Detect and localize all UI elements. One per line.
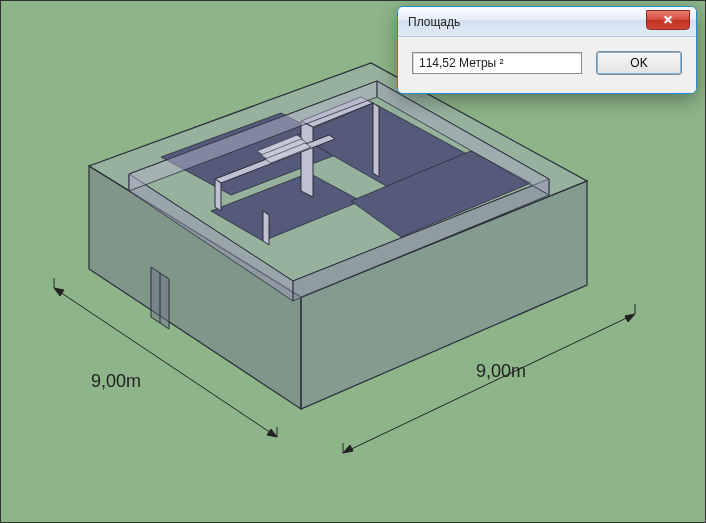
dialog-body: 114,52 Метры ² OK	[398, 37, 696, 93]
svg-marker-31	[215, 179, 221, 211]
area-value-field[interactable]: 114,52 Метры ²	[412, 52, 582, 74]
svg-marker-28	[301, 121, 313, 197]
dialog-titlebar[interactable]: Площадь ✕	[398, 7, 696, 37]
svg-point-22	[410, 154, 411, 155]
building-model	[89, 63, 587, 409]
close-button[interactable]: ✕	[646, 10, 690, 30]
dimension-label-right: 9,00m	[476, 361, 526, 382]
svg-point-26	[430, 200, 431, 201]
close-icon: ✕	[663, 14, 673, 26]
svg-marker-32	[373, 103, 379, 177]
ok-button[interactable]: OK	[596, 51, 682, 75]
svg-point-27	[440, 204, 441, 205]
svg-marker-33	[263, 211, 269, 245]
svg-point-25	[270, 226, 271, 227]
svg-point-19	[260, 146, 261, 147]
dimension-label-left: 9,00m	[91, 371, 141, 392]
svg-point-18	[220, 168, 221, 169]
svg-point-24	[260, 222, 261, 223]
dialog-title: Площадь	[408, 15, 460, 29]
svg-point-17	[210, 164, 211, 165]
svg-point-21	[400, 150, 401, 151]
area-dialog: Площадь ✕ 114,52 Метры ² OK	[397, 6, 697, 94]
svg-point-23	[420, 158, 421, 159]
